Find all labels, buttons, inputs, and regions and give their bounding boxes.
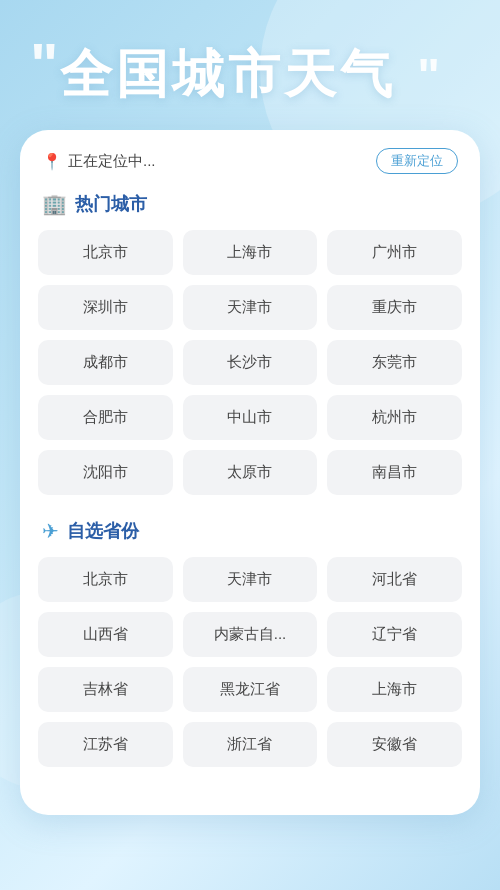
city-item[interactable]: 杭州市: [327, 395, 462, 440]
province-item[interactable]: 安徽省: [327, 722, 462, 767]
hot-cities-grid: 北京市上海市广州市深圳市天津市重庆市成都市长沙市东莞市合肥市中山市杭州市沈阳市太…: [38, 230, 462, 495]
city-item[interactable]: 东莞市: [327, 340, 462, 385]
city-item[interactable]: 中山市: [183, 395, 318, 440]
city-item[interactable]: 合肥市: [38, 395, 173, 440]
page-title: 全国城市天气: [60, 45, 396, 103]
location-bar: 📍 正在定位中... 重新定位: [38, 148, 462, 174]
province-item[interactable]: 辽宁省: [327, 612, 462, 657]
province-item[interactable]: 黑龙江省: [183, 667, 318, 712]
location-pin-icon: 📍: [42, 152, 62, 171]
city-item[interactable]: 广州市: [327, 230, 462, 275]
province-item[interactable]: 山西省: [38, 612, 173, 657]
provinces-label: 自选省份: [67, 519, 139, 543]
quote-right-icon: ": [417, 52, 440, 100]
city-item[interactable]: 南昌市: [327, 450, 462, 495]
province-item[interactable]: 上海市: [327, 667, 462, 712]
city-item[interactable]: 重庆市: [327, 285, 462, 330]
province-item[interactable]: 吉林省: [38, 667, 173, 712]
province-item[interactable]: 内蒙古自...: [183, 612, 318, 657]
provinces-grid: 北京市天津市河北省山西省内蒙古自...辽宁省吉林省黑龙江省上海市江苏省浙江省安徽…: [38, 557, 462, 767]
provinces-section-title: ✈ 自选省份: [38, 519, 462, 543]
city-item[interactable]: 北京市: [38, 230, 173, 275]
province-item[interactable]: 北京市: [38, 557, 173, 602]
city-item[interactable]: 沈阳市: [38, 450, 173, 495]
city-item[interactable]: 天津市: [183, 285, 318, 330]
city-item[interactable]: 成都市: [38, 340, 173, 385]
province-icon: ✈: [42, 519, 59, 543]
hot-cities-icon: 🏢: [42, 192, 67, 216]
city-item[interactable]: 上海市: [183, 230, 318, 275]
province-item[interactable]: 河北省: [327, 557, 462, 602]
province-item[interactable]: 江苏省: [38, 722, 173, 767]
city-item[interactable]: 长沙市: [183, 340, 318, 385]
location-left: 📍 正在定位中...: [42, 152, 156, 171]
city-item[interactable]: 太原市: [183, 450, 318, 495]
province-item[interactable]: 浙江省: [183, 722, 318, 767]
quote-left-icon: ": [30, 40, 58, 95]
hot-cities-label: 热门城市: [75, 192, 147, 216]
location-status: 正在定位中...: [68, 152, 156, 171]
main-card: 📍 正在定位中... 重新定位 🏢 热门城市 北京市上海市广州市深圳市天津市重庆…: [20, 130, 480, 815]
city-item[interactable]: 深圳市: [38, 285, 173, 330]
relocate-button[interactable]: 重新定位: [376, 148, 458, 174]
province-item[interactable]: 天津市: [183, 557, 318, 602]
hot-cities-section-title: 🏢 热门城市: [38, 192, 462, 216]
